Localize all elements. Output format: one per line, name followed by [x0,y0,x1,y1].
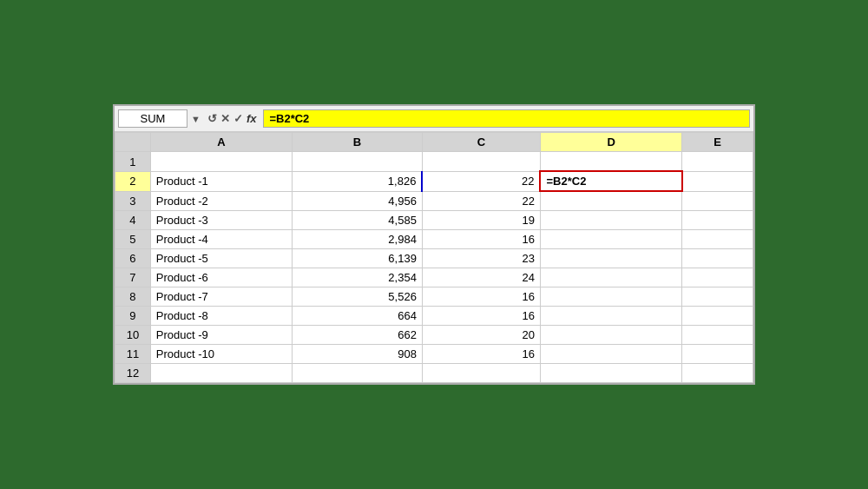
formula-bar-icons: ↺ ✕ ✓ fx [204,112,260,125]
cell-c5[interactable]: 16 [422,229,540,248]
cell-d11[interactable] [540,344,681,363]
row-num-5: 5 [115,229,151,248]
cell-a12[interactable] [150,363,292,382]
table-row: 12 [115,363,753,382]
formula-input[interactable] [263,109,750,128]
col-header-d[interactable]: D [540,133,681,152]
cell-a3[interactable]: Product -2 [150,191,292,210]
cell-e11[interactable] [682,344,753,363]
table-row: 2 Product -1 1,826 22 =B2*C2 [115,171,753,191]
cell-b6[interactable]: 6,139 [293,248,423,268]
table-row: 3 Product -2 4,956 22 [115,191,753,210]
col-header-e[interactable]: E [682,133,753,152]
cell-a11[interactable]: Product -10 [150,344,292,363]
cell-d2[interactable]: =B2*C2 [540,171,681,191]
cell-c9[interactable]: 16 [422,306,540,325]
row-num-7: 7 [115,268,151,287]
row-num-1: 1 [115,152,151,172]
cell-a5[interactable]: Product -4 [150,229,292,248]
table-row: 11 Product -10 908 16 [115,344,753,363]
cell-e9[interactable] [682,306,753,325]
row-num-4: 4 [115,210,151,229]
cell-e7[interactable] [682,268,753,287]
row-num-3: 3 [115,191,151,210]
cell-c12[interactable] [422,363,540,382]
cell-d3[interactable] [540,191,681,210]
cell-d4[interactable] [540,210,681,229]
spreadsheet: ▼ ↺ ✕ ✓ fx A B C D E [113,104,755,385]
cell-c3[interactable]: 22 [422,191,540,210]
cell-d10[interactable] [540,325,681,344]
col-header-rownum [115,133,151,152]
cell-b3[interactable]: 4,956 [293,191,423,210]
cell-d6[interactable] [540,248,681,268]
cell-a6[interactable]: Product -5 [150,248,292,268]
table-row: 9 Product -8 664 16 [115,306,753,325]
table-row: 5 Product -4 2,984 16 [115,229,753,248]
cell-d12[interactable] [540,363,681,382]
cell-a7[interactable]: Product -6 [150,268,292,287]
row-num-12: 12 [115,363,151,382]
cell-e2[interactable] [682,171,753,191]
cell-d1[interactable]: Sales Amt [540,152,681,172]
cancel-icon[interactable]: ✕ [220,112,230,125]
cell-e1[interactable] [682,152,753,172]
cell-e6[interactable] [682,248,753,268]
col-header-a[interactable]: A [150,133,292,152]
table-row: 1 Product Units Sold Unit Price Sales Am… [115,152,753,172]
row-num-11: 11 [115,344,151,363]
table-row: 4 Product -3 4,585 19 [115,210,753,229]
cell-b12[interactable] [293,363,423,382]
cell-a10[interactable]: Product -9 [150,325,292,344]
cell-c1[interactable]: Unit Price [422,152,540,172]
cell-e4[interactable] [682,210,753,229]
name-box[interactable] [118,109,187,128]
table-row: 10 Product -9 662 20 [115,325,753,344]
cell-b2[interactable]: 1,826 [293,171,423,191]
cell-c8[interactable]: 16 [422,287,540,306]
cell-b9[interactable]: 664 [293,306,423,325]
cell-c11[interactable]: 16 [422,344,540,363]
cell-c10[interactable]: 20 [422,325,540,344]
cell-d9[interactable] [540,306,681,325]
cell-b4[interactable]: 4,585 [293,210,423,229]
cell-a2[interactable]: Product -1 [150,171,292,191]
cell-a8[interactable]: Product -7 [150,287,292,306]
cell-a1[interactable]: Product [150,152,292,172]
column-header-row: A B C D E [115,133,753,152]
cell-e5[interactable] [682,229,753,248]
cell-c4[interactable]: 19 [422,210,540,229]
cell-b10[interactable]: 662 [293,325,423,344]
cell-a4[interactable]: Product -3 [150,210,292,229]
cell-b1[interactable]: Units Sold [293,152,423,172]
row-num-2: 2 [115,171,151,191]
cell-b5[interactable]: 2,984 [293,229,423,248]
fx-icon[interactable]: fx [247,112,257,125]
cell-b11[interactable]: 908 [293,344,423,363]
undo-icon[interactable]: ↺ [207,112,217,125]
spreadsheet-table: A B C D E 1 Product Units Sold Unit Pric… [115,132,753,383]
row-num-10: 10 [115,325,151,344]
row-num-6: 6 [115,248,151,268]
table-row: 7 Product -6 2,354 24 [115,268,753,287]
cell-e12[interactable] [682,363,753,382]
cell-d7[interactable] [540,268,681,287]
cell-b8[interactable]: 5,526 [293,287,423,306]
cell-c6[interactable]: 23 [422,248,540,268]
col-header-c[interactable]: C [422,133,540,152]
cell-b7[interactable]: 2,354 [293,268,423,287]
confirm-icon[interactable]: ✓ [233,112,243,125]
cell-e10[interactable] [682,325,753,344]
cell-d8[interactable] [540,287,681,306]
row-num-8: 8 [115,287,151,306]
cell-d5[interactable] [540,229,681,248]
formula-bar: ▼ ↺ ✕ ✓ fx [115,106,753,132]
cell-c2[interactable]: 22 [422,171,540,191]
cell-a9[interactable]: Product -8 [150,306,292,325]
col-header-b[interactable]: B [293,133,423,152]
cell-e8[interactable] [682,287,753,306]
cell-e3[interactable] [682,191,753,210]
table-row: 8 Product -7 5,526 16 [115,287,753,306]
row-num-9: 9 [115,306,151,325]
cell-c7[interactable]: 24 [422,268,540,287]
